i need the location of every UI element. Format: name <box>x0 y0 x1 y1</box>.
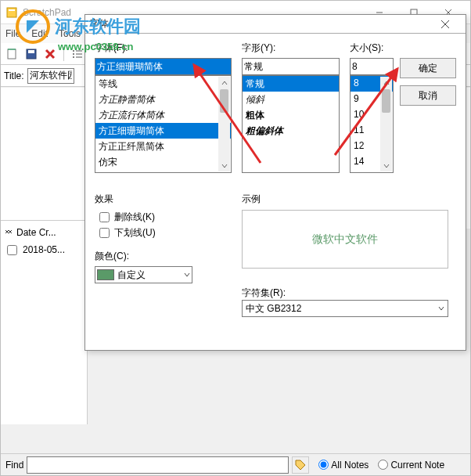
sample-label-wrap: 示例 <box>242 186 261 209</box>
new-note-icon[interactable] <box>4 45 21 63</box>
find-scope: All Notes Current Note <box>318 460 444 471</box>
underline-row[interactable]: 下划线(U) <box>99 225 232 240</box>
effects-label: 效果 <box>95 193 232 206</box>
effects-section: 效果 删除线(K) 下划线(U) 颜色(C): 自定义 <box>95 186 232 283</box>
cancel-button-label: 取消 <box>419 89 437 103</box>
dialog-title: 字体 <box>90 17 430 31</box>
chevron-down-icon <box>184 269 190 280</box>
strike-row[interactable]: 删除线(K) <box>99 209 232 225</box>
scroll-up-icon[interactable] <box>380 77 392 88</box>
find-input[interactable] <box>27 456 289 474</box>
tag-button[interactable] <box>292 456 309 474</box>
font-dialog: 字体 字体(F): 等线 方正静蕾简体 方正流行体简体 方正细珊瑚简体 方正正纤… <box>84 14 466 351</box>
strike-checkbox[interactable] <box>99 212 110 222</box>
dialog-body: 字体(F): 等线 方正静蕾简体 方正流行体简体 方正细珊瑚简体 方正正纤黑简体… <box>85 34 466 49</box>
title-input[interactable] <box>27 68 74 84</box>
color-combo[interactable]: 自定义 <box>95 266 192 283</box>
svg-rect-8 <box>28 50 34 53</box>
scroll-thumb[interactable] <box>382 89 390 113</box>
bullet-list-icon[interactable] <box>69 45 86 63</box>
toolbar-separator <box>63 47 64 61</box>
app-icon <box>5 6 18 19</box>
svg-point-11 <box>73 50 74 52</box>
svg-point-13 <box>73 53 74 55</box>
font-scrollbar[interactable] <box>218 77 230 171</box>
size-column: 大小(S): 8 9 10 11 12 14 16 <box>350 41 394 173</box>
font-option-selected[interactable]: 方正细珊瑚简体 <box>95 123 231 139</box>
svg-rect-0 <box>7 8 16 17</box>
style-option[interactable]: 粗体 <box>243 107 339 123</box>
font-option[interactable]: 等线 <box>95 76 231 92</box>
color-value: 自定义 <box>117 269 146 282</box>
font-input[interactable] <box>95 58 232 75</box>
size-label: 大小(S): <box>350 41 394 55</box>
font-option[interactable]: 方正流行体简体 <box>95 107 231 123</box>
list-header: Date Cr... <box>16 227 56 238</box>
radio-all-label: All Notes <box>331 460 369 471</box>
style-input[interactable] <box>242 58 340 75</box>
sort-icon <box>4 227 13 239</box>
dialog-title-bar: 字体 <box>85 15 466 34</box>
underline-checkbox[interactable] <box>99 228 110 238</box>
cancel-button[interactable]: 取消 <box>400 85 456 106</box>
title-label: Title: <box>4 70 24 81</box>
scroll-down-icon[interactable] <box>380 160 392 171</box>
radio-all-input[interactable] <box>318 460 329 470</box>
style-option[interactable]: 粗偏斜体 <box>243 123 339 139</box>
note-list-pane: Date Cr... 2018-05... <box>1 220 88 424</box>
menu-tools[interactable]: Tools <box>59 28 81 39</box>
list-checkbox[interactable] <box>7 245 17 255</box>
charset-combo[interactable]: 中文 GB2312 <box>242 300 448 317</box>
style-option[interactable]: 倾斜 <box>243 92 339 107</box>
size-list[interactable]: 8 9 10 11 12 14 16 <box>350 75 394 173</box>
find-bar: Find All Notes Current Note <box>1 453 470 475</box>
underline-label: 下划线(U) <box>114 226 156 240</box>
delete-icon[interactable] <box>41 45 59 63</box>
ok-button-label: 确定 <box>419 62 437 75</box>
color-swatch <box>97 269 114 280</box>
font-list[interactable]: 等线 方正静蕾简体 方正流行体简体 方正细珊瑚简体 方正正纤黑简体 仿宋 黑体 <box>95 75 232 173</box>
font-option[interactable]: 方正正纤黑简体 <box>95 139 231 154</box>
charset-value: 中文 GB2312 <box>246 302 301 316</box>
sample-box: 微软中文软件 <box>242 210 448 269</box>
style-label: 字形(Y): <box>242 41 340 55</box>
font-option[interactable]: 黑体 <box>95 170 231 173</box>
radio-current-note[interactable]: Current Note <box>378 460 444 471</box>
scroll-up-icon[interactable] <box>218 77 230 88</box>
size-input[interactable] <box>350 58 394 75</box>
font-option[interactable]: 方正静蕾简体 <box>95 92 231 107</box>
sample-label: 示例 <box>242 193 261 206</box>
svg-rect-6 <box>8 49 16 59</box>
style-option-selected[interactable]: 常规 <box>243 76 339 92</box>
save-icon[interactable] <box>23 45 40 63</box>
list-row[interactable]: 2018-05... <box>4 241 84 258</box>
find-label: Find <box>5 460 23 471</box>
menu-edit[interactable]: Edit <box>31 28 48 39</box>
svg-point-15 <box>73 56 74 58</box>
list-header-row[interactable]: Date Cr... <box>4 224 84 241</box>
size-scrollbar[interactable] <box>380 77 392 171</box>
charset-label: 字符集(R): <box>242 287 286 300</box>
strike-label: 删除线(K) <box>114 211 155 224</box>
scroll-thumb[interactable] <box>220 89 228 113</box>
ok-button[interactable]: 确定 <box>400 58 456 78</box>
svg-rect-1 <box>9 9 15 11</box>
sample-text: 微软中文软件 <box>312 233 378 247</box>
font-column: 字体(F): 等线 方正静蕾简体 方正流行体简体 方正细珊瑚简体 方正正纤黑简体… <box>95 41 232 173</box>
color-label: 颜色(C): <box>95 250 232 263</box>
font-label: 字体(F): <box>95 41 232 55</box>
font-option[interactable]: 仿宋 <box>95 154 231 170</box>
list-item-date: 2018-05... <box>23 244 65 255</box>
scroll-down-icon[interactable] <box>218 160 230 171</box>
dialog-close-button[interactable] <box>430 16 461 32</box>
style-list[interactable]: 常规 倾斜 粗体 粗偏斜体 <box>242 75 340 173</box>
radio-current-label: Current Note <box>390 460 444 471</box>
radio-all-notes[interactable]: All Notes <box>318 460 369 471</box>
menu-file[interactable]: File <box>5 28 20 39</box>
radio-current-input[interactable] <box>378 460 388 470</box>
chevron-down-icon <box>438 303 444 314</box>
style-column: 字形(Y): 常规 倾斜 粗体 粗偏斜体 <box>242 41 340 173</box>
